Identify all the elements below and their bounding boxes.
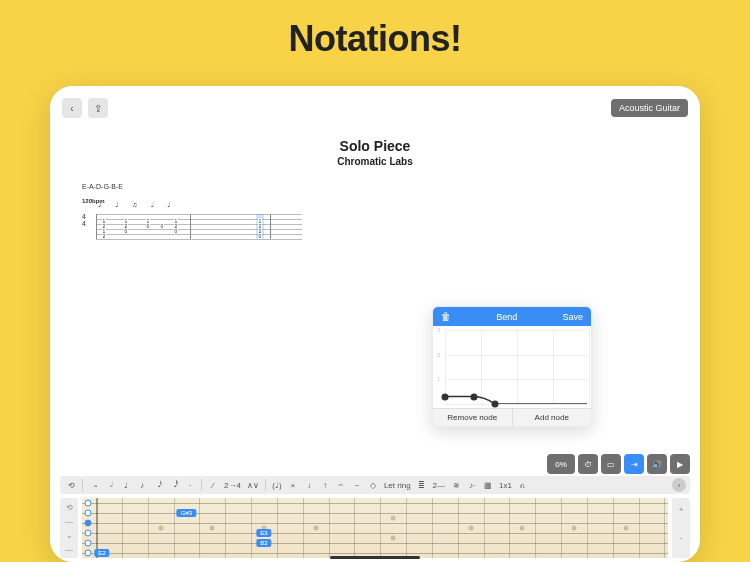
fret-line <box>225 498 226 558</box>
toolbar-item[interactable]: ⎌ <box>518 481 528 490</box>
toolbar-item[interactable]: ⁄ <box>208 481 218 490</box>
playback-controls: 0% ⏱ ▭ ⇥ 🔊 ▶ <box>547 454 690 474</box>
fret-marker <box>571 526 576 531</box>
fret-line <box>174 498 175 558</box>
fret-marker <box>158 526 163 531</box>
remove-node-button[interactable]: Remove node <box>433 409 513 426</box>
toolbar-item[interactable]: ♪ <box>137 481 147 490</box>
open-string-indicator[interactable] <box>85 510 92 517</box>
toolbar-item[interactable]: ⌢ <box>336 480 346 490</box>
toolbar-item[interactable]: ≋ <box>451 481 461 490</box>
fretboard-side-item[interactable]: — <box>60 517 78 526</box>
fretboard-note[interactable]: E3 <box>256 529 271 537</box>
fret-marker <box>210 526 215 531</box>
back-button[interactable]: ‹ <box>62 98 82 118</box>
app-window: ‹ ⇪ Acoustic Guitar Solo Piece Chromatic… <box>50 86 700 562</box>
metronome-icon: ▭ <box>607 460 615 469</box>
fret-line <box>484 498 485 558</box>
toolbar-item[interactable]: 2→4 <box>224 481 241 490</box>
fretboard-side-item[interactable]: — <box>60 545 78 554</box>
toolbar-separator <box>201 479 202 491</box>
home-indicator <box>330 556 420 559</box>
toolbar-item[interactable]: 𝅘𝅥𝅰 <box>169 480 179 490</box>
open-string-indicator[interactable] <box>85 500 92 507</box>
toolbar-separator <box>82 479 83 491</box>
bend-curve <box>445 330 587 404</box>
bend-node[interactable] <box>442 393 449 400</box>
toolbar-item[interactable]: ≣ <box>417 481 427 490</box>
toolbar-item[interactable]: ↓ <box>304 481 314 490</box>
toolbar-item[interactable]: 𝅗𝅥 <box>105 480 115 490</box>
fretboard-note[interactable]: B2 <box>256 539 271 547</box>
toolbar-item[interactable]: ⟲ <box>66 481 76 490</box>
trash-icon[interactable]: 🗑 <box>441 311 451 322</box>
toolbar-item[interactable]: ◇ <box>368 481 378 490</box>
share-button[interactable]: ⇪ <box>88 98 108 118</box>
open-string-indicator[interactable] <box>85 540 92 547</box>
chevron-left-icon: ‹ <box>70 103 73 114</box>
string-line <box>82 543 668 544</box>
notation-toolbar: ⟲𝅝𝅗𝅥♩♪𝅘𝅥𝅯𝅘𝅥𝅰·⁄2→4∧∨(♩)×↓↑⌢~◇Let ring≣2—≋… <box>60 476 690 494</box>
toolbar-item[interactable]: Let ring <box>384 481 411 490</box>
fret-line <box>509 498 510 558</box>
bend-save-button[interactable]: Save <box>562 312 583 322</box>
share-icon: ⇪ <box>94 103 102 114</box>
toolbar-item[interactable]: ♩ <box>121 481 131 490</box>
play-button[interactable]: ▶ <box>670 454 690 474</box>
bend-popover: 🗑 Bend Save 3 2 1 <box>432 306 592 427</box>
play-icon: ▶ <box>677 460 683 469</box>
toolbar-item[interactable]: ♪· <box>467 481 477 490</box>
fretboard-right-controls: +- <box>672 498 690 558</box>
toolbar-item[interactable]: ∧∨ <box>247 481 259 490</box>
rhythm-row: ♩♩♫𝅗𝅥.♩ <box>80 201 302 211</box>
string-line <box>82 503 668 504</box>
toolbar-item[interactable]: · <box>185 481 195 490</box>
toolbar-item[interactable]: ~ <box>352 481 362 490</box>
fretboard-side-item[interactable]: ⟲ <box>60 503 78 512</box>
metronome-button[interactable]: ▭ <box>601 454 621 474</box>
add-node-button[interactable]: Add node <box>513 409 592 426</box>
fret-line <box>587 498 588 558</box>
toolbar-item[interactable]: 𝅝 <box>89 480 99 490</box>
volume-button[interactable]: 🔊 <box>647 454 667 474</box>
open-string-indicator[interactable] <box>85 520 92 527</box>
timer-button[interactable]: ⏱ <box>578 454 598 474</box>
tab-staff[interactable]: 4 4 ♩♩♫𝅗𝅥.♩ 1 2 1 <box>82 206 302 246</box>
fretboard-note[interactable]: G#3 <box>177 509 196 517</box>
fretboard[interactable]: G#3E3B2E2 <box>82 498 668 558</box>
piece-title: Solo Piece <box>130 138 620 154</box>
toolbar-item[interactable]: ↑ <box>320 481 330 490</box>
fret-marker <box>520 526 525 531</box>
bend-ytick-2: 2 <box>437 352 440 358</box>
chevron-right-icon: › <box>678 481 681 490</box>
toolbar-item[interactable]: 𝅘𝅥𝅯 <box>153 480 163 490</box>
open-string-indicator[interactable] <box>85 530 92 537</box>
fretboard-side-item[interactable]: - <box>672 533 690 542</box>
toolbar-item[interactable]: (♩) <box>272 481 282 490</box>
fret-line <box>432 498 433 558</box>
fret-line <box>535 498 536 558</box>
bend-buttons: Remove node Add node <box>433 408 591 426</box>
fret-line <box>303 498 304 558</box>
bend-node[interactable] <box>492 401 499 408</box>
fret-line <box>199 498 200 558</box>
zoom-button[interactable]: 0% <box>547 454 575 474</box>
bend-curve-editor[interactable]: 3 2 1 <box>433 326 591 408</box>
toolbar-item[interactable]: ▦ <box>483 481 493 490</box>
open-string-indicator[interactable] <box>85 550 92 557</box>
piece-subtitle: Chromatic Labs <box>130 156 620 167</box>
toolbar-item[interactable]: 1x1 <box>499 481 512 490</box>
fretboard-side-item[interactable]: + <box>672 505 690 514</box>
fretboard-note[interactable]: E2 <box>94 549 109 557</box>
toolbar-item[interactable]: 2— <box>433 481 445 490</box>
loop-mode-button[interactable]: ⇥ <box>624 454 644 474</box>
bend-title: Bend <box>451 312 562 322</box>
fret-marker <box>468 526 473 531</box>
toolbar-item[interactable]: × <box>288 481 298 490</box>
fretboard-side-item[interactable]: ⌄ <box>60 531 78 540</box>
toolbar-scroll-right[interactable]: › <box>672 478 686 492</box>
bend-node[interactable] <box>470 393 477 400</box>
fret-marker <box>391 536 396 541</box>
instrument-select-button[interactable]: Acoustic Guitar <box>611 99 688 117</box>
top-bar: ‹ ⇪ Acoustic Guitar <box>62 98 688 118</box>
